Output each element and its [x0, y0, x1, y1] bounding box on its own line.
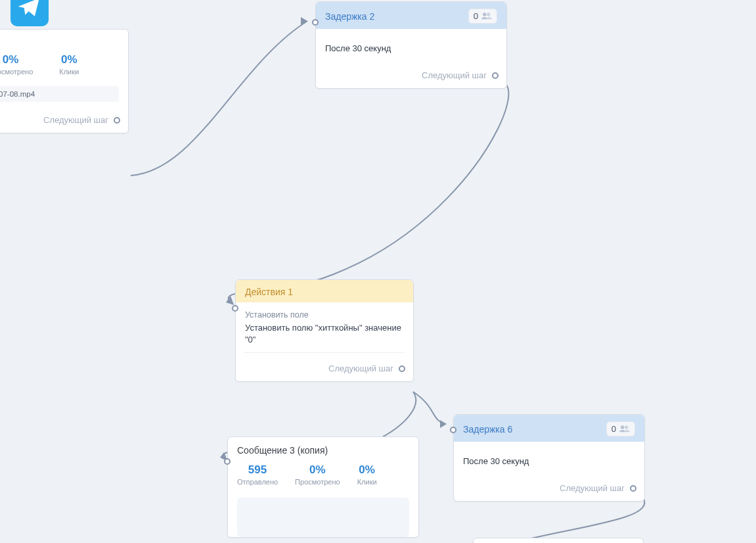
telegram-icon: [11, 0, 49, 26]
node-offscreen[interactable]: [473, 538, 644, 543]
node-delay-2[interactable]: Задержка 2 0 После 30 секунд Следующий ш…: [315, 1, 507, 89]
input-port[interactable]: [312, 19, 319, 26]
action-rule: Установить полю "хитткойны" значение "0": [245, 322, 404, 353]
node-message-2[interactable]: 2 0% Просмотрено 0% Клики 23-09-20_21-07…: [0, 29, 129, 133]
node-delay-6[interactable]: Задержка 6 0 После 30 секунд Следующий ш…: [453, 414, 645, 502]
delay-text: После 30 секунд: [325, 43, 391, 53]
svg-point-4: [483, 12, 486, 16]
people-count: 0: [468, 9, 497, 24]
stat-views: 0% Просмотрено: [0, 53, 33, 76]
output-port[interactable]: [630, 485, 636, 492]
svg-point-7: [625, 425, 628, 429]
node-message-3-copy[interactable]: Сообщение 3 (копия) 595 Отправлено 0% Пр…: [227, 437, 419, 538]
node-title: Сообщение 3 (копия): [237, 445, 328, 456]
node-title: Задержка 2: [325, 11, 374, 22]
next-step-label: Следующий шаг: [43, 115, 108, 125]
delay-text: После 30 секунд: [463, 456, 529, 466]
svg-marker-3: [440, 420, 447, 428]
stat-clicks: 0% Клики: [59, 53, 79, 76]
node-title: Действия 1: [245, 287, 293, 297]
output-port[interactable]: [492, 72, 499, 79]
next-step-label: Следующий шаг: [560, 483, 625, 493]
input-port[interactable]: [224, 458, 231, 465]
next-step-label: Следующий шаг: [422, 70, 487, 80]
node-action-1[interactable]: Действия 1 Установить поле Установить по…: [235, 279, 414, 382]
node-title: Задержка 6: [463, 424, 512, 435]
people-icon: [481, 12, 492, 21]
content-preview: [237, 498, 409, 537]
people-count: 0: [606, 421, 635, 437]
stat-views: 0% Просмотрено: [295, 463, 340, 486]
input-port[interactable]: [232, 305, 238, 312]
output-port[interactable]: [114, 117, 120, 124]
svg-point-5: [487, 12, 490, 16]
attached-file[interactable]: 23-09-20_21-07-08.mp4: [0, 86, 119, 102]
svg-marker-0: [301, 17, 307, 25]
people-icon: [619, 425, 630, 434]
output-port[interactable]: [399, 366, 405, 372]
next-step-label: Следующий шаг: [328, 364, 393, 373]
svg-marker-1: [226, 296, 234, 305]
svg-point-6: [621, 425, 624, 429]
input-port[interactable]: [450, 427, 456, 433]
stat-clicks: 0% Клики: [357, 463, 377, 486]
stat-sent: 595 Отправлено: [237, 463, 278, 486]
action-subtitle: Установить поле: [245, 310, 404, 319]
flow-canvas[interactable]: 2 0% Просмотрено 0% Клики 23-09-20_21-07…: [0, 0, 756, 543]
